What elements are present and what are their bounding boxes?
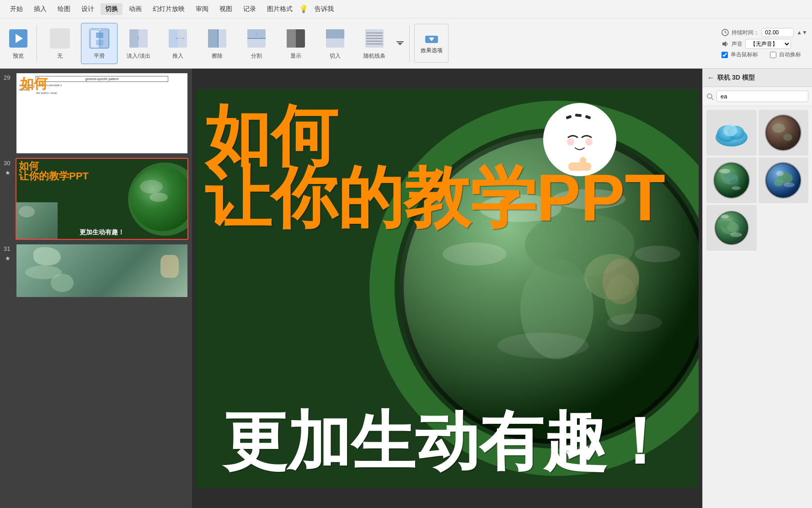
menu-animation[interactable]: 动画 (124, 3, 146, 15)
mascot (543, 103, 616, 176)
duration-label: 持续时间： (732, 29, 759, 37)
svg-rect-60 (580, 157, 586, 166)
toolbar-reveal[interactable]: 显示 (278, 23, 314, 64)
slide-text-2: 让你的教学PPT (205, 165, 665, 231)
toolbar-slide-inout[interactable]: ↑ 淡入/淡出 (120, 23, 157, 64)
menu-transition[interactable]: 切换 (101, 3, 123, 15)
effect-options-label: 效果选项 (421, 47, 443, 54)
search-icon (706, 93, 714, 100)
preview-label: 预览 (13, 52, 24, 60)
slide-canvas: 如何 让你的教学PPT 更加生动有趣！ (192, 69, 702, 508)
svg-point-80 (774, 179, 783, 186)
sound-row: 声音 【无声音】 (721, 39, 807, 49)
toolbar-none[interactable]: 无 (42, 23, 78, 64)
toolbar-push[interactable]: ← → 推入 (160, 23, 196, 64)
svg-rect-30 (396, 41, 404, 42)
slide-panel: 29 general-specific pattern significant … (0, 69, 192, 508)
svg-point-68 (772, 124, 785, 133)
svg-point-69 (783, 134, 792, 141)
flat-icon (87, 27, 111, 50)
lightbulb-icon: 💡 (299, 5, 308, 13)
menu-slideshow[interactable]: 幻灯片放映 (148, 3, 189, 15)
flat-label: 平滑 (94, 52, 105, 60)
svg-rect-21 (287, 29, 296, 48)
menu-start[interactable]: 开始 (5, 3, 27, 15)
model-cloud-blue[interactable] (706, 110, 757, 156)
effect-options-btn[interactable]: 效果选项 (414, 24, 449, 63)
menu-review[interactable]: 审阅 (191, 3, 213, 15)
svg-point-81 (776, 171, 784, 176)
svg-marker-37 (722, 41, 726, 47)
main-content: 29 general-specific pattern significant … (0, 69, 812, 508)
model-earth-2[interactable] (706, 157, 757, 203)
slide-thumb-31[interactable] (16, 243, 188, 298)
search-input[interactable] (716, 91, 808, 102)
clock-icon (721, 29, 729, 36)
menu-record[interactable]: 记录 (239, 3, 261, 15)
slide-number-31: 31 (4, 245, 13, 252)
cut-icon (323, 27, 347, 50)
svg-rect-57 (575, 113, 582, 117)
svg-rect-14 (208, 29, 218, 48)
duration-stepper[interactable]: ▲▼ (796, 29, 807, 36)
svg-text:↑: ↑ (137, 34, 140, 42)
slide-thumb-29[interactable]: general-specific pattern significant har… (16, 72, 188, 154)
svg-rect-4 (96, 32, 103, 38)
svg-text:↕: ↕ (256, 32, 258, 37)
menu-design[interactable]: 设计 (77, 3, 99, 15)
menu-view[interactable]: 视图 (215, 3, 237, 15)
slide-star-31: ★ (5, 255, 11, 262)
effect-options-icon (424, 32, 439, 47)
svg-rect-59 (568, 162, 591, 171)
back-button[interactable]: ← (707, 74, 715, 82)
svg-point-54 (567, 138, 574, 146)
toolbar-cut[interactable]: 切入 (317, 23, 353, 64)
none-label: 无 (57, 52, 63, 60)
duration-input[interactable] (762, 28, 794, 37)
more-transitions[interactable] (395, 23, 405, 64)
model-cloud-icon (711, 114, 752, 151)
toolbar-wipe[interactable]: 擦除 (199, 23, 235, 64)
menu-bar: 开始 插入 绘图 设计 切换 动画 幻灯片放映 审阅 视图 记录 图片格式 💡 … (0, 0, 812, 18)
model-earth2-icon (711, 160, 752, 201)
svg-rect-5 (96, 40, 103, 45)
split-label: 分割 (251, 52, 262, 60)
toolbar-random[interactable]: 随机线条 (356, 23, 393, 64)
push-icon: ← → (166, 27, 190, 50)
sound-select[interactable]: 【无声音】 (745, 39, 791, 49)
slide-item-31[interactable]: 31 ★ (4, 243, 188, 298)
toolbar-preview[interactable]: 预览 (5, 23, 32, 64)
svg-point-61 (707, 94, 712, 98)
model-earth-3[interactable] (759, 157, 809, 203)
right-controls: 持续时间： ▲▼ 声音 【无声音】 单击鼠标标 自动换标 (721, 28, 807, 59)
svg-line-62 (711, 98, 713, 100)
model-earth-1[interactable] (759, 110, 809, 156)
slide-item-30[interactable]: 30 ★ 如何让你的教学PPT (4, 158, 188, 240)
slide-item-29[interactable]: 29 general-specific pattern significant … (4, 72, 188, 154)
auto-advance-checkbox[interactable] (770, 52, 776, 58)
slide-view: 如何 让你的教学PPT 更加生动有趣！ (196, 89, 699, 487)
reveal-icon (284, 27, 308, 50)
right-panel-header: ← 联机 3D 模型 (703, 69, 812, 87)
sound-icon (721, 40, 729, 48)
toolbar-flat[interactable]: 平滑 (81, 23, 118, 64)
toolbar-divider-2 (409, 25, 410, 62)
slide-thumb-30[interactable]: 如何让你的教学PPT 更加生动有趣！ (16, 158, 188, 240)
menu-draw[interactable]: 绘图 (53, 3, 75, 15)
svg-line-36 (725, 32, 727, 33)
model-earth3-icon (763, 160, 804, 201)
svg-rect-23 (326, 29, 344, 38)
svg-point-74 (730, 179, 739, 186)
right-panel: ← 联机 3D 模型 (702, 69, 812, 508)
menu-insert[interactable]: 插入 (29, 3, 51, 15)
menu-tell-me[interactable]: 告诉我 (310, 3, 338, 15)
toolbar-split[interactable]: ↕ 分割 (238, 23, 275, 64)
menu-picture-format[interactable]: 图片格式 (262, 3, 297, 15)
reveal-label: 显示 (290, 52, 301, 60)
none-icon (48, 27, 72, 50)
model-earth4-icon (711, 207, 752, 249)
model-earth-4[interactable] (706, 205, 757, 251)
click-advance-checkbox[interactable] (721, 52, 728, 58)
preview-icon (6, 27, 30, 50)
svg-point-76 (732, 186, 741, 190)
